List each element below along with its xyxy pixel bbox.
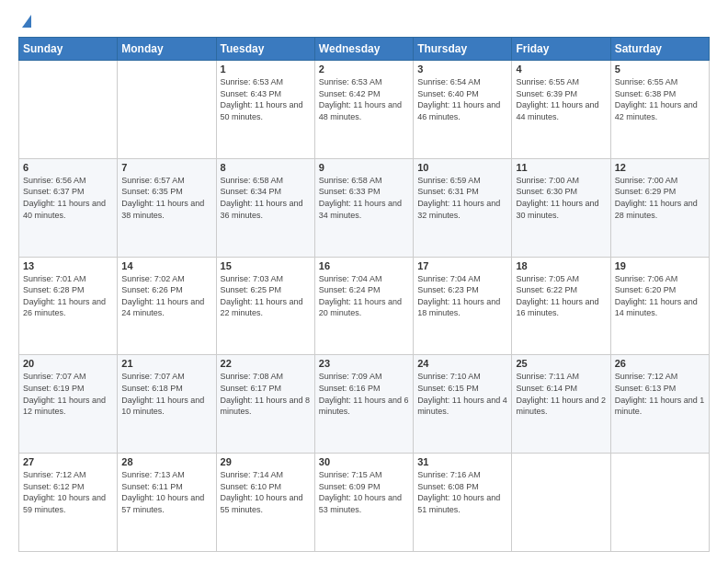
calendar-cell: 25Sunrise: 7:11 AM Sunset: 6:14 PM Dayli… [512,355,610,454]
calendar-cell: 20Sunrise: 7:07 AM Sunset: 6:19 PM Dayli… [19,355,118,454]
calendar-cell: 22Sunrise: 7:08 AM Sunset: 6:17 PM Dayli… [216,355,314,454]
day-number: 13 [23,260,113,271]
col-header-friday: Friday [512,38,610,61]
day-number: 29 [221,456,311,467]
col-header-tuesday: Tuesday [216,38,314,61]
col-header-monday: Monday [118,38,216,61]
calendar-cell: 14Sunrise: 7:02 AM Sunset: 6:26 PM Dayli… [118,257,216,355]
day-info: Sunrise: 7:11 AM Sunset: 6:14 PM Dayligh… [516,371,606,417]
day-number: 27 [23,456,113,467]
calendar-cell: 31Sunrise: 7:16 AM Sunset: 6:08 PM Dayli… [414,454,512,552]
day-number: 5 [615,63,705,75]
day-number: 22 [221,358,311,369]
calendar-cell: 4Sunrise: 6:55 AM Sunset: 6:39 PM Daylig… [512,61,610,159]
calendar-cell [610,454,709,552]
calendar-cell: 2Sunrise: 6:53 AM Sunset: 6:42 PM Daylig… [314,61,413,159]
day-info: Sunrise: 7:07 AM Sunset: 6:18 PM Dayligh… [121,371,211,417]
day-info: Sunrise: 7:15 AM Sunset: 6:09 PM Dayligh… [319,469,409,515]
day-number: 9 [319,162,409,173]
day-info: Sunrise: 6:58 AM Sunset: 6:33 PM Dayligh… [319,175,409,221]
col-header-sunday: Sunday [19,38,118,61]
day-info: Sunrise: 7:12 AM Sunset: 6:12 PM Dayligh… [23,469,113,515]
calendar-cell: 29Sunrise: 7:14 AM Sunset: 6:10 PM Dayli… [216,454,314,552]
day-info: Sunrise: 6:55 AM Sunset: 6:39 PM Dayligh… [516,76,606,122]
day-info: Sunrise: 6:56 AM Sunset: 6:37 PM Dayligh… [23,175,113,221]
calendar-cell: 3Sunrise: 6:54 AM Sunset: 6:40 PM Daylig… [414,61,512,159]
day-number: 12 [615,162,705,173]
day-number: 10 [417,162,507,173]
day-number: 18 [516,260,606,271]
day-number: 25 [516,358,606,369]
logo [18,15,31,28]
logo-text [18,15,31,28]
day-number: 17 [417,260,507,271]
calendar-cell: 28Sunrise: 7:13 AM Sunset: 6:11 PM Dayli… [118,454,216,552]
day-number: 15 [221,260,311,271]
day-number: 7 [121,162,211,173]
col-header-wednesday: Wednesday [314,38,413,61]
day-info: Sunrise: 7:03 AM Sunset: 6:25 PM Dayligh… [221,273,311,319]
day-info: Sunrise: 7:00 AM Sunset: 6:29 PM Dayligh… [615,175,705,221]
day-number: 2 [319,63,409,75]
calendar-cell: 9Sunrise: 6:58 AM Sunset: 6:33 PM Daylig… [314,158,413,257]
calendar-cell: 12Sunrise: 7:00 AM Sunset: 6:29 PM Dayli… [610,158,709,257]
day-info: Sunrise: 7:07 AM Sunset: 6:19 PM Dayligh… [23,371,113,417]
day-info: Sunrise: 7:00 AM Sunset: 6:30 PM Dayligh… [516,175,606,221]
calendar-cell [118,61,216,159]
day-number: 6 [23,162,113,173]
calendar-cell: 15Sunrise: 7:03 AM Sunset: 6:25 PM Dayli… [216,257,314,355]
day-info: Sunrise: 6:53 AM Sunset: 6:42 PM Dayligh… [319,76,409,122]
day-info: Sunrise: 7:14 AM Sunset: 6:10 PM Dayligh… [221,469,311,515]
day-info: Sunrise: 7:13 AM Sunset: 6:11 PM Dayligh… [121,469,211,515]
day-number: 16 [319,260,409,271]
day-number: 24 [417,358,507,369]
day-number: 31 [417,456,507,467]
day-info: Sunrise: 7:09 AM Sunset: 6:16 PM Dayligh… [319,371,409,417]
calendar-cell: 17Sunrise: 7:04 AM Sunset: 6:23 PM Dayli… [414,257,512,355]
calendar-cell: 30Sunrise: 7:15 AM Sunset: 6:09 PM Dayli… [314,454,413,552]
day-info: Sunrise: 6:54 AM Sunset: 6:40 PM Dayligh… [417,76,507,122]
calendar-cell [512,454,610,552]
calendar-cell: 16Sunrise: 7:04 AM Sunset: 6:24 PM Dayli… [314,257,413,355]
day-info: Sunrise: 7:04 AM Sunset: 6:23 PM Dayligh… [417,273,507,319]
header [18,15,710,28]
day-info: Sunrise: 6:55 AM Sunset: 6:38 PM Dayligh… [615,76,705,122]
day-number: 21 [121,358,211,369]
day-info: Sunrise: 7:05 AM Sunset: 6:22 PM Dayligh… [516,273,606,319]
day-number: 20 [23,358,113,369]
day-number: 1 [221,63,311,75]
day-info: Sunrise: 7:10 AM Sunset: 6:15 PM Dayligh… [417,371,507,417]
day-info: Sunrise: 7:01 AM Sunset: 6:28 PM Dayligh… [23,273,113,319]
calendar-cell: 18Sunrise: 7:05 AM Sunset: 6:22 PM Dayli… [512,257,610,355]
day-number: 28 [121,456,211,467]
day-number: 19 [615,260,705,271]
day-info: Sunrise: 7:06 AM Sunset: 6:20 PM Dayligh… [615,273,705,319]
col-header-saturday: Saturday [610,38,709,61]
day-info: Sunrise: 7:08 AM Sunset: 6:17 PM Dayligh… [221,371,311,417]
calendar-cell: 26Sunrise: 7:12 AM Sunset: 6:13 PM Dayli… [610,355,709,454]
calendar-cell: 10Sunrise: 6:59 AM Sunset: 6:31 PM Dayli… [414,158,512,257]
calendar-cell: 23Sunrise: 7:09 AM Sunset: 6:16 PM Dayli… [314,355,413,454]
calendar-cell: 5Sunrise: 6:55 AM Sunset: 6:38 PM Daylig… [610,61,709,159]
calendar-cell: 27Sunrise: 7:12 AM Sunset: 6:12 PM Dayli… [19,454,118,552]
calendar-cell: 1Sunrise: 6:53 AM Sunset: 6:43 PM Daylig… [216,61,314,159]
day-number: 8 [221,162,311,173]
calendar-cell [19,61,118,159]
day-number: 3 [417,63,507,75]
calendar-cell: 7Sunrise: 6:57 AM Sunset: 6:35 PM Daylig… [118,158,216,257]
day-number: 26 [615,358,705,369]
day-info: Sunrise: 7:16 AM Sunset: 6:08 PM Dayligh… [417,469,507,515]
day-info: Sunrise: 7:04 AM Sunset: 6:24 PM Dayligh… [319,273,409,319]
day-info: Sunrise: 6:59 AM Sunset: 6:31 PM Dayligh… [417,175,507,221]
logo-triangle-icon [22,15,31,28]
calendar-cell: 21Sunrise: 7:07 AM Sunset: 6:18 PM Dayli… [118,355,216,454]
calendar-cell: 11Sunrise: 7:00 AM Sunset: 6:30 PM Dayli… [512,158,610,257]
day-info: Sunrise: 6:57 AM Sunset: 6:35 PM Dayligh… [121,175,211,221]
page: SundayMondayTuesdayWednesdayThursdayFrid… [0,0,728,563]
calendar-cell: 8Sunrise: 6:58 AM Sunset: 6:34 PM Daylig… [216,158,314,257]
calendar-cell: 19Sunrise: 7:06 AM Sunset: 6:20 PM Dayli… [610,257,709,355]
day-number: 23 [319,358,409,369]
day-info: Sunrise: 7:02 AM Sunset: 6:26 PM Dayligh… [121,273,211,319]
calendar-table: SundayMondayTuesdayWednesdayThursdayFrid… [18,37,710,552]
day-number: 30 [319,456,409,467]
